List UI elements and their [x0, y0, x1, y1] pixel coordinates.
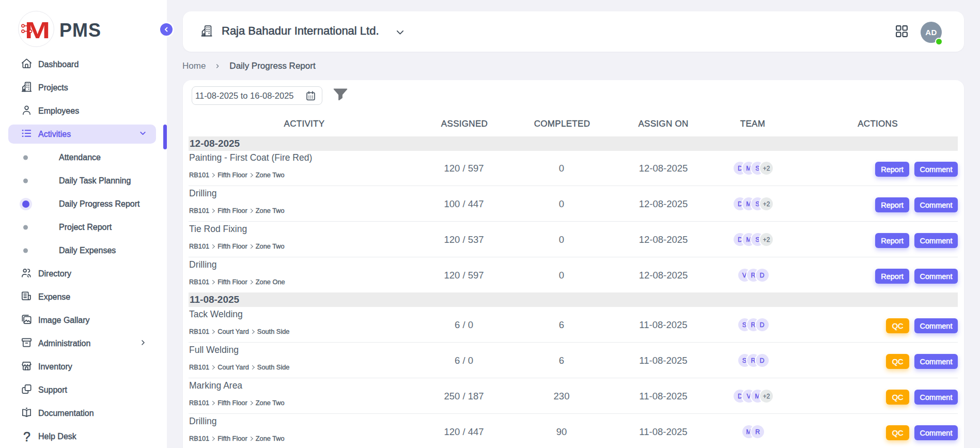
- svg-text:M: M: [25, 18, 50, 43]
